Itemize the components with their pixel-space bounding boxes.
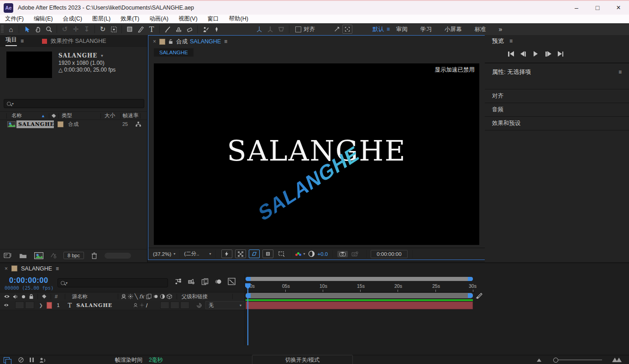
panel-grip[interactable] <box>1 25 4 33</box>
trash-icon[interactable] <box>91 252 97 259</box>
color-depth-button[interactable]: 8 bpc <box>63 252 84 259</box>
play-button[interactable] <box>534 51 538 57</box>
timeline-zoom-track[interactable] <box>558 359 602 360</box>
workspace-tab-small-screen[interactable]: 小屏幕 <box>438 26 468 33</box>
adjustment-layer-icon[interactable] <box>50 252 57 259</box>
roto-brush-tool[interactable] <box>200 24 211 34</box>
audio-column-icon[interactable] <box>13 294 18 299</box>
preview-title[interactable]: 预览 <box>492 37 504 45</box>
workspace-tab-standard[interactable]: 标准 <box>468 26 493 33</box>
tab-effect-controls[interactable]: 效果控件 SALANGHE <box>51 37 106 45</box>
motion-blur-icon[interactable] <box>215 278 222 285</box>
label-column-icon[interactable] <box>51 113 57 119</box>
fx-column-icon[interactable]: fx <box>139 293 144 300</box>
layer-blend-cell[interactable] <box>170 302 179 309</box>
section-effects-presets[interactable]: 效果和预设 <box>485 116 629 130</box>
scrollbar-right-cap[interactable] <box>468 277 473 281</box>
source-name-column[interactable]: 源名称 <box>72 293 88 300</box>
fast-preview-icon[interactable] <box>221 250 232 258</box>
timeline-search-input[interactable]: ▾ <box>58 278 168 287</box>
world-axis-mode-icon[interactable] <box>265 24 276 34</box>
pen-tool[interactable] <box>135 24 146 34</box>
pan-camera-tool[interactable]: ✛ <box>70 24 81 34</box>
menu-composition[interactable]: 合成(C) <box>58 15 87 23</box>
timeline-zoom-knob[interactable] <box>553 358 558 363</box>
channel-select-icon[interactable] <box>295 252 301 256</box>
unlock-icon[interactable] <box>168 39 173 44</box>
hand-tool[interactable] <box>32 24 43 34</box>
dolly-camera-tool[interactable]: ↧ <box>81 24 92 34</box>
close-tab-icon[interactable]: × <box>153 38 156 45</box>
playhead-line[interactable] <box>247 289 248 345</box>
menu-layer[interactable]: 图层(L) <box>87 15 115 23</box>
sort-ascending-icon[interactable]: ▲ <box>41 114 45 118</box>
section-align[interactable]: 对齐 <box>485 89 629 103</box>
3d-column-icon[interactable] <box>167 294 172 299</box>
live-update-icon[interactable] <box>18 357 24 363</box>
layer-audio-cell[interactable] <box>15 302 24 309</box>
label-color-swatch[interactable] <box>58 121 63 127</box>
view-axis-mode-icon[interactable] <box>276 24 287 34</box>
pan-behind-tool[interactable] <box>108 24 119 34</box>
frame-blend-column-icon[interactable] <box>146 294 152 299</box>
preview-menu-icon[interactable]: ≡ <box>509 38 513 44</box>
zoom-tool[interactable] <box>43 24 54 34</box>
layer-duration-bar[interactable] <box>246 302 473 309</box>
minimize-button[interactable]: – <box>566 1 587 14</box>
menu-animation[interactable]: 动画(A) <box>144 15 173 23</box>
new-folder-icon[interactable] <box>19 253 27 259</box>
type-tool[interactable]: T <box>146 24 157 34</box>
graph-editor-icon[interactable] <box>228 278 236 285</box>
timeline-close-icon[interactable]: × <box>5 265 8 272</box>
playhead-handle[interactable] <box>245 283 251 290</box>
menu-window[interactable]: 窗口 <box>203 15 224 23</box>
motion-blur-column-icon[interactable] <box>153 294 158 299</box>
previous-frame-button[interactable] <box>520 51 526 57</box>
clone-stamp-tool[interactable] <box>173 24 184 34</box>
time-ruler[interactable]: 0s 05s 10s 15s 20s 25s 30s <box>245 282 475 292</box>
composition-viewport[interactable]: 显示加速已禁用 SALANGHE SALANGHE <box>154 63 479 245</box>
number-column[interactable]: # <box>55 294 58 299</box>
tab-project[interactable]: 项目 <box>5 36 17 46</box>
close-button[interactable]: × <box>608 1 629 14</box>
selection-tool[interactable] <box>21 24 32 34</box>
column-type[interactable]: 类型 <box>62 112 72 119</box>
maximize-button[interactable]: □ <box>587 1 608 14</box>
snap-checkbox[interactable] <box>295 26 301 32</box>
solo-column-icon[interactable] <box>22 295 25 298</box>
timeline-tab-name[interactable]: SALANGHE <box>21 265 52 272</box>
shy-column-icon[interactable] <box>121 294 126 299</box>
region-of-interest-icon[interactable] <box>262 250 273 258</box>
show-snapshot-icon[interactable] <box>351 251 358 257</box>
work-area-bar[interactable] <box>246 293 473 298</box>
composition-mini-flowchart-icon[interactable] <box>174 278 182 285</box>
layer-collapse-icon[interactable] <box>140 302 144 308</box>
eraser-tool[interactable] <box>184 24 195 34</box>
mask-visibility-icon[interactable] <box>249 250 260 258</box>
new-composition-icon[interactable] <box>34 252 43 259</box>
layer-fx-cell[interactable] <box>160 302 169 309</box>
capture-region-icon[interactable] <box>342 25 352 34</box>
project-search-input[interactable]: ▾ <box>4 99 144 108</box>
layer-quality-icon[interactable]: / <box>146 302 148 309</box>
panel-resize-pill[interactable] <box>105 253 131 259</box>
frame-blending-icon[interactable] <box>201 278 209 285</box>
puppet-pin-tool[interactable] <box>211 24 222 34</box>
layer-visibility-icon[interactable] <box>4 303 9 307</box>
item-caret-icon[interactable]: ▼ <box>100 54 104 58</box>
rectangle-tool[interactable] <box>124 24 135 34</box>
adjustment-column-icon[interactable] <box>160 294 165 299</box>
zoom-out-mountain-icon[interactable] <box>537 359 541 362</box>
rotation-tool[interactable]: ↻ <box>97 24 108 34</box>
workspace-tab-learn[interactable]: 学习 <box>414 26 438 33</box>
menu-view[interactable]: 视图(V) <box>173 15 203 23</box>
section-audio[interactable]: 音频 <box>485 103 629 116</box>
comp-button-icon[interactable] <box>476 292 483 299</box>
timeline-menu-icon[interactable]: ≡ <box>56 265 59 272</box>
viewer-timecode[interactable]: 0:00:00:00 <box>371 250 407 258</box>
timeline-timecode[interactable]: 0:00:00:00 <box>9 276 48 285</box>
layer-shy-icon[interactable] <box>133 302 138 308</box>
resolution-select[interactable]: (二分.. <box>184 250 199 257</box>
project-row-name[interactable]: SALANGHE <box>16 120 54 128</box>
layer-row-1[interactable]: ❯ 1 T SALANGHE / 无▾ <box>0 301 245 310</box>
